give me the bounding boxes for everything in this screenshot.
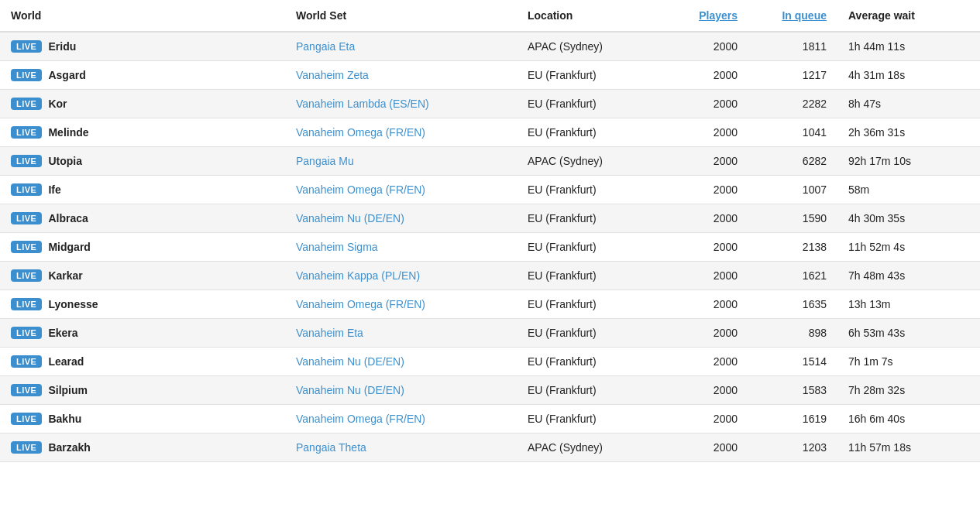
world-name: Melinde [48,126,88,139]
avgwait-cell: 2h 36m 31s [837,118,980,147]
worldset-cell[interactable]: Vanaheim Omega (FR/EN) [285,405,517,433]
live-badge: LIVE [11,69,42,81]
location-cell: EU (Frankfurt) [517,319,659,348]
location-cell: EU (Frankfurt) [517,348,659,376]
avgwait-cell: 92h 17m 10s [837,147,980,176]
players-cell: 2000 [659,319,748,348]
worldset-cell[interactable]: Vanaheim Eta [285,319,517,348]
worldset-link[interactable]: Vanaheim Kappa (PL/EN) [296,269,420,282]
worldset-cell[interactable]: Vanaheim Omega (FR/EN) [285,118,517,147]
players-cell: 2000 [659,147,748,176]
worldset-link[interactable]: Vanaheim Nu (DE/EN) [296,384,404,396]
table-row: LIVE Lyonesse Vanaheim Omega (FR/EN)EU (… [0,290,980,319]
worldset-cell[interactable]: Vanaheim Nu (DE/EN) [285,204,517,233]
worldset-cell[interactable]: Pangaia Mu [285,147,517,176]
world-cell: LIVE Albraca [0,204,285,233]
live-badge: LIVE [11,269,42,282]
worldset-link[interactable]: Vanaheim Nu (DE/EN) [296,212,404,224]
worldset-link[interactable]: Pangaia Theta [296,441,366,454]
table-row: LIVE Ekera Vanaheim EtaEU (Frankfurt)200… [0,319,980,348]
avgwait-cell: 11h 57m 18s [837,433,980,462]
live-badge: LIVE [11,98,42,110]
inqueue-sort-link[interactable]: In queue [782,9,827,22]
col-header-location: Location [517,0,659,32]
location-cell: EU (Frankfurt) [517,176,659,204]
table-row: LIVE Midgard Vanaheim SigmaEU (Frankfurt… [0,233,980,262]
world-name: Karkar [48,269,82,282]
live-badge: LIVE [11,183,42,196]
world-name: Utopia [48,155,82,167]
location-cell: EU (Frankfurt) [517,376,659,405]
world-cell: LIVE Silpium [0,376,285,405]
worldset-link[interactable]: Vanaheim Sigma [296,241,378,253]
worldset-cell[interactable]: Vanaheim Zeta [285,61,517,90]
inqueue-cell: 1621 [748,262,837,290]
inqueue-cell: 1811 [748,32,837,61]
worldset-cell[interactable]: Vanaheim Nu (DE/EN) [285,348,517,376]
players-cell: 2000 [659,32,748,61]
avgwait-cell: 6h 53m 43s [837,319,980,348]
location-cell: APAC (Sydney) [517,147,659,176]
inqueue-cell: 1203 [748,433,837,462]
inqueue-cell: 1583 [748,376,837,405]
worldset-link[interactable]: Vanaheim Omega (FR/EN) [296,413,425,425]
table-row: LIVE Ife Vanaheim Omega (FR/EN)EU (Frank… [0,176,980,204]
table-row: LIVE Barzakh Pangaia ThetaAPAC (Sydney)2… [0,433,980,462]
avgwait-cell: 4h 30m 35s [837,204,980,233]
location-cell: EU (Frankfurt) [517,405,659,433]
world-cell: LIVE Kor [0,90,285,118]
worldset-cell[interactable]: Pangaia Eta [285,32,517,61]
worldset-link[interactable]: Vanaheim Zeta [296,69,369,81]
worldset-cell[interactable]: Vanaheim Omega (FR/EN) [285,290,517,319]
table-row: LIVE Melinde Vanaheim Omega (FR/EN)EU (F… [0,118,980,147]
location-cell: EU (Frankfurt) [517,290,659,319]
location-cell: EU (Frankfurt) [517,61,659,90]
world-name: Asgard [48,69,85,81]
live-badge: LIVE [11,155,42,167]
table-row: LIVE Eridu Pangaia EtaAPAC (Sydney)20001… [0,32,980,61]
avgwait-cell: 7h 28m 32s [837,376,980,405]
table-row: LIVE Kor Vanaheim Lambda (ES/EN)EU (Fran… [0,90,980,118]
location-cell: EU (Frankfurt) [517,262,659,290]
worldset-link[interactable]: Pangaia Mu [296,155,354,167]
col-header-players[interactable]: Players [659,0,748,32]
table-body: LIVE Eridu Pangaia EtaAPAC (Sydney)20001… [0,32,980,462]
world-name: Albraca [48,212,88,224]
location-cell: EU (Frankfurt) [517,118,659,147]
players-cell: 2000 [659,348,748,376]
worldset-link[interactable]: Vanaheim Omega (FR/EN) [296,126,425,139]
table-row: LIVE Silpium Vanaheim Nu (DE/EN)EU (Fran… [0,376,980,405]
avgwait-cell: 16h 6m 40s [837,405,980,433]
worldset-cell[interactable]: Vanaheim Nu (DE/EN) [285,376,517,405]
players-cell: 2000 [659,405,748,433]
worldset-link[interactable]: Vanaheim Lambda (ES/EN) [296,98,429,110]
avgwait-cell: 7h 1m 7s [837,348,980,376]
world-cell: LIVE Bakhu [0,405,285,433]
players-cell: 2000 [659,90,748,118]
players-sort-link[interactable]: Players [699,9,738,22]
live-badge: LIVE [11,384,42,396]
world-name: Kor [48,98,67,110]
world-name: Lyonesse [48,298,98,310]
worldset-link[interactable]: Vanaheim Omega (FR/EN) [296,298,425,310]
worldset-cell[interactable]: Pangaia Theta [285,433,517,462]
world-cell: LIVE Ekera [0,319,285,348]
live-badge: LIVE [11,327,42,339]
worldset-cell[interactable]: Vanaheim Omega (FR/EN) [285,176,517,204]
world-cell: LIVE Lyonesse [0,290,285,319]
world-cell: LIVE Karkar [0,262,285,290]
world-cell: LIVE Ife [0,176,285,204]
worldset-cell[interactable]: Vanaheim Sigma [285,233,517,262]
col-header-inqueue[interactable]: In queue [748,0,837,32]
table-row: LIVE Learad Vanaheim Nu (DE/EN)EU (Frank… [0,348,980,376]
worldset-cell[interactable]: Vanaheim Lambda (ES/EN) [285,90,517,118]
worldset-link[interactable]: Vanaheim Omega (FR/EN) [296,183,425,196]
location-cell: EU (Frankfurt) [517,233,659,262]
world-name: Ekera [48,327,77,339]
worldset-link[interactable]: Pangaia Eta [296,40,355,53]
world-cell: LIVE Utopia [0,147,285,176]
worldset-link[interactable]: Vanaheim Nu (DE/EN) [296,355,404,368]
worldset-cell[interactable]: Vanaheim Kappa (PL/EN) [285,262,517,290]
worldset-link[interactable]: Vanaheim Eta [296,327,363,339]
world-name: Silpium [48,384,88,396]
